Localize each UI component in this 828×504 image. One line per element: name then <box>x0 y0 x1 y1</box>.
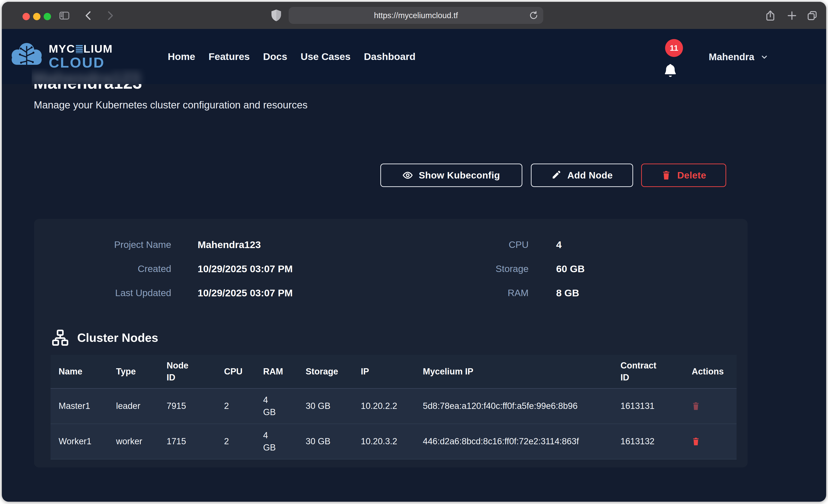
back-icon[interactable] <box>83 10 95 22</box>
trash-icon <box>692 401 700 411</box>
detail-value: Mahendra123 <box>171 233 335 257</box>
cluster-nodes-title: Cluster Nodes <box>77 331 158 345</box>
nav-link-dashboard[interactable]: Dashboard <box>364 50 415 62</box>
logo-e-icon <box>76 45 83 53</box>
url-text: https://myceliumcloud.tf <box>374 11 458 20</box>
brand-logo[interactable]: MYCLIUM CLOUD <box>8 38 113 75</box>
cell-type: worker <box>108 435 159 448</box>
detail-label: Project Name <box>34 233 171 257</box>
cell-name: Master1 <box>50 400 108 412</box>
brand-line2: CLOUD <box>49 55 113 70</box>
cluster-detail-panel: Project Name Mahendra123 Created 10/29/2… <box>34 219 748 467</box>
cell-contract-id: 1613131 <box>613 400 684 412</box>
detail-value: 10/29/2025 03:07 PM <box>171 257 335 281</box>
delete-cluster-button[interactable]: Delete <box>641 164 726 187</box>
trash-icon <box>692 437 700 446</box>
nav-link-docs[interactable]: Docs <box>263 50 287 62</box>
address-bar[interactable]: https://myceliumcloud.tf <box>289 7 543 24</box>
brand-wordmark: MYCLIUM CLOUD <box>49 43 113 70</box>
share-icon[interactable] <box>764 10 776 22</box>
eye-icon <box>403 170 413 180</box>
details-right: CPU 4 Storage 60 GB RAM 8 GB <box>437 233 690 305</box>
cell-type: leader <box>108 400 159 412</box>
detail-label: Last Updated <box>34 281 171 305</box>
show-kubeconfig-button[interactable]: Show Kubeconfig <box>380 164 522 187</box>
col-contract-id: Contract ID <box>613 360 684 383</box>
delete-node-button[interactable] <box>684 436 737 447</box>
cluster-nodes-icon <box>51 329 70 347</box>
trash-icon <box>661 170 671 180</box>
window-close-button[interactable] <box>23 13 30 20</box>
col-actions: Actions <box>684 366 737 377</box>
show-kubeconfig-label: Show Kubeconfig <box>419 170 500 181</box>
browser-window: https://myceliumcloud.tf <box>2 2 826 502</box>
refresh-icon[interactable] <box>529 10 539 20</box>
cell-contract-id: 1613132 <box>613 435 684 448</box>
table-row: Master1 leader 7915 2 4 GB 30 GB 10.20.2… <box>50 389 737 424</box>
brand-line1: MYCLIUM <box>49 43 113 54</box>
cell-mycelium-ip: 5d8:78ea:a120:f40c:ff0f:a5fe:99e6:8b96 <box>415 400 613 412</box>
table-header-row: Name Type Node ID CPU RAM Storage IP Myc… <box>50 355 737 389</box>
browser-chrome: https://myceliumcloud.tf <box>2 2 826 29</box>
cell-node-id: 7915 <box>159 400 216 412</box>
cell-cpu: 2 <box>216 435 255 448</box>
col-cpu: CPU <box>216 366 255 377</box>
notifications-button[interactable]: 11 <box>660 39 699 78</box>
detail-label: CPU <box>437 233 529 257</box>
mycelium-cloud-logo-icon <box>8 38 45 75</box>
col-ip: IP <box>353 366 415 377</box>
nav-links: Home Features Docs Use Cases Dashboard <box>168 50 415 62</box>
cell-storage: 30 GB <box>298 435 353 448</box>
cell-mycelium-ip: 446:d2a6:8bcd:8c16:ff0f:72e2:3114:863f <box>415 435 613 448</box>
top-navbar: MYCLIUM CLOUD Home Features Docs Use Cas… <box>2 29 826 84</box>
chevron-down-icon <box>760 53 769 61</box>
bell-icon <box>663 63 678 81</box>
detail-value: 10/29/2025 03:07 PM <box>171 281 335 305</box>
nav-link-use-cases[interactable]: Use Cases <box>301 50 351 62</box>
window-minimize-button[interactable] <box>33 13 40 20</box>
cell-name: Worker1 <box>50 435 108 448</box>
sidebar-toggle-icon[interactable] <box>58 10 70 22</box>
cluster-nodes-heading: Cluster Nodes <box>51 329 158 347</box>
add-node-label: Add Node <box>567 170 613 181</box>
pencil-icon <box>551 170 562 180</box>
new-tab-icon[interactable] <box>786 10 798 22</box>
col-type: Type <box>108 366 159 377</box>
page-subtitle: Manage your Kubernetes cluster configura… <box>34 99 307 111</box>
user-menu[interactable]: Mahendra <box>709 51 769 63</box>
cell-node-id: 1715 <box>159 435 216 448</box>
col-node-id: Node ID <box>159 360 216 383</box>
delete-label: Delete <box>677 170 706 181</box>
detail-value: 8 GB <box>529 281 690 305</box>
notification-badge: 11 <box>665 39 683 57</box>
cluster-nodes-table: Name Type Node ID CPU RAM Storage IP Myc… <box>50 355 737 459</box>
cell-cpu: 2 <box>216 400 255 412</box>
add-node-button[interactable]: Add Node <box>531 164 633 187</box>
detail-value: 60 GB <box>529 257 690 281</box>
forward-icon[interactable] <box>104 10 116 22</box>
delete-node-button[interactable] <box>684 401 737 411</box>
nav-link-features[interactable]: Features <box>208 50 250 62</box>
col-name: Name <box>50 366 108 377</box>
detail-label: RAM <box>437 281 529 305</box>
cell-storage: 30 GB <box>298 400 353 412</box>
tab-overview-icon[interactable] <box>806 10 818 22</box>
cell-ram: 4 GB <box>255 429 298 454</box>
table-row: Worker1 worker 1715 2 4 GB 30 GB 10.20.3… <box>50 424 737 459</box>
col-ram: RAM <box>255 366 298 377</box>
detail-label: Created <box>34 257 171 281</box>
cell-ram: 4 GB <box>255 394 298 418</box>
user-name: Mahendra <box>709 51 754 63</box>
cell-ip: 10.20.3.2 <box>353 435 415 448</box>
col-storage: Storage <box>298 366 353 377</box>
nav-link-home[interactable]: Home <box>168 50 195 62</box>
privacy-shield-icon[interactable] <box>270 9 283 23</box>
detail-value: 4 <box>529 233 690 257</box>
cell-ip: 10.20.2.2 <box>353 400 415 412</box>
col-mycelium-ip: Mycelium IP <box>415 366 613 377</box>
window-zoom-button[interactable] <box>44 13 51 20</box>
detail-label: Storage <box>437 257 529 281</box>
details-left: Project Name Mahendra123 Created 10/29/2… <box>34 233 335 305</box>
